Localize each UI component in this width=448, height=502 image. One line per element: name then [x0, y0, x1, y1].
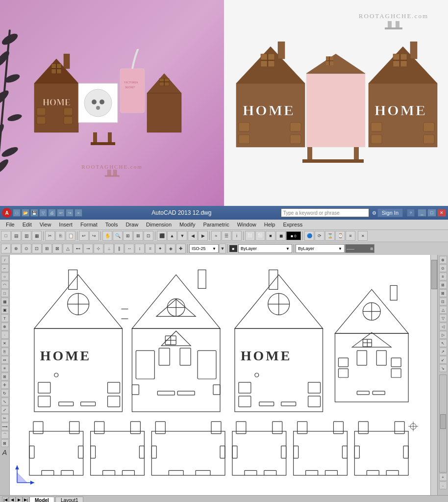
minimize-button[interactable]: _ [418, 209, 426, 217]
toolbar-redo[interactable]: ↪ [89, 231, 99, 241]
rt-btn-14[interactable]: ↘ [439, 364, 447, 372]
toolbar-f3[interactable]: ⌛ [325, 231, 335, 241]
toolbar-zoom-window[interactable]: ⊞ [123, 231, 133, 241]
rt-btn-2[interactable]: ⊙ [439, 264, 447, 272]
more-icon[interactable]: » [75, 209, 82, 217]
rt-btn-11[interactable]: ↖ [439, 339, 447, 347]
nav-last[interactable]: ▶| [23, 497, 29, 502]
toolbar-e2[interactable]: ⬜ [255, 231, 265, 241]
toolbar-e3[interactable]: ■ [266, 231, 275, 241]
nav-prev[interactable]: ◀ [9, 497, 16, 502]
toolbar-paste[interactable]: 📋 [66, 231, 75, 241]
toolbar-save[interactable]: ▥ [22, 231, 31, 241]
draw-hatch[interactable]: ▦ [1, 298, 9, 305]
toolbar-f4[interactable]: ⌚ [335, 231, 345, 241]
save-icon[interactable]: 💾 [30, 209, 38, 217]
draw-rect[interactable]: □ [1, 289, 9, 297]
modify-array[interactable]: ⊞ [1, 373, 9, 380]
draw-circle[interactable]: ○ [1, 273, 9, 280]
snap-btn-9[interactable]: ⊸ [83, 244, 93, 253]
draw-insert[interactable]: ⊕ [1, 323, 9, 330]
toolbar-props[interactable]: i [232, 231, 242, 241]
modify-fillet[interactable]: ⌒ [1, 431, 9, 439]
toolbar-close-tb[interactable]: ✕ [358, 231, 368, 241]
dropdown-arrow-iso[interactable]: ▼ [219, 244, 226, 253]
modify-offset[interactable]: ≡ [1, 364, 9, 372]
toolbar-f1[interactable]: 🔵 [304, 231, 314, 241]
snap-btn-18[interactable]: ✚ [176, 244, 186, 253]
rt-btn-13[interactable]: ↙ [439, 356, 447, 364]
draw-arc[interactable]: ◠ [1, 281, 9, 289]
modify-move[interactable]: ✛ [1, 381, 9, 389]
toolbar-new[interactable]: □ [1, 231, 11, 241]
snap-btn-8[interactable]: ⊷ [73, 244, 83, 253]
layer-dropdown[interactable]: ByLayer ▼ [238, 244, 292, 253]
toolbar-f2[interactable]: ⟳ [315, 231, 324, 241]
lineweight-display[interactable]: —— B [345, 244, 374, 253]
close-button[interactable]: ✕ [437, 209, 446, 217]
toolbar-more-1[interactable]: ⬛ [157, 231, 167, 241]
undo-icon[interactable]: ↩ [57, 209, 65, 217]
rt-btn-8[interactable]: ▽ [439, 314, 447, 322]
snap-btn-1[interactable]: ↗ [1, 244, 11, 253]
toolbar-workspace[interactable]: ≡ [346, 231, 355, 241]
draw-text[interactable]: T [1, 314, 9, 322]
menu-window[interactable]: Window [233, 221, 260, 228]
menu-help[interactable]: Help [260, 221, 279, 228]
modify-erase[interactable]: ✕ [1, 339, 9, 347]
menu-dimension[interactable]: Dimension [142, 221, 175, 228]
scrollbar-vertical[interactable] [430, 255, 437, 495]
iso-dropdown[interactable]: ISO-25 ▼ [189, 244, 219, 253]
modify-stretch[interactable]: ⤢ [1, 406, 9, 414]
modify-trim[interactable]: ✂ [1, 414, 9, 422]
snap-btn-16[interactable]: ✦ [155, 244, 165, 253]
snap-btn-4[interactable]: ⊡ [32, 244, 42, 253]
snap-btn-7[interactable]: △ [63, 244, 73, 253]
save-as-icon[interactable]: ▽ [39, 209, 47, 217]
rt-btn-5[interactable]: ⊠ [439, 289, 447, 297]
rt-btn-12[interactable]: ↗ [439, 348, 447, 355]
toolbar-match[interactable]: ≈ [211, 231, 221, 241]
rt-btn-1[interactable]: ⊕ [439, 256, 447, 264]
modify-copy[interactable]: ⎘ [1, 348, 9, 355]
snap-btn-15[interactable]: ⌗ [145, 244, 155, 253]
rt-btn-16[interactable]: - [439, 481, 447, 489]
rt-btn-7[interactable]: △ [439, 306, 447, 314]
menu-modify[interactable]: Modify [175, 221, 199, 228]
toolbar-zoom-extent[interactable]: ⊠ [133, 231, 143, 241]
rt-btn-15[interactable]: + [439, 473, 447, 481]
snap-btn-10[interactable]: ⊹ [94, 244, 103, 253]
help-icon[interactable]: ? [407, 209, 415, 217]
maximize-button[interactable]: □ [427, 209, 436, 217]
toolbar-more-2[interactable]: ▲ [167, 231, 177, 241]
layer-color-btn[interactable]: ■ [229, 245, 237, 252]
menu-tools[interactable]: Tools [101, 221, 122, 228]
toolbar-zoom[interactable]: 🔍 [113, 231, 123, 241]
toolbar-e4[interactable]: ◼ [276, 231, 286, 241]
open-file-icon[interactable]: 📂 [22, 209, 29, 217]
snap-btn-14[interactable]: ↕ [135, 244, 145, 253]
toolbar-more-3[interactable]: ▼ [177, 231, 187, 241]
toolbar-e1[interactable]: ⬜ [245, 231, 255, 241]
snap-btn-2[interactable]: ⊕ [11, 244, 21, 253]
draw-polyline[interactable]: ⌐ [1, 264, 9, 272]
rt-scrollbar[interactable] [439, 375, 447, 473]
toolbar-more-5[interactable]: ▶ [198, 231, 208, 241]
snap-btn-17[interactable]: ◈ [166, 244, 175, 253]
toolbar-pan[interactable]: ✋ [102, 231, 112, 241]
menu-edit[interactable]: Edit [19, 221, 36, 228]
snap-btn-13[interactable]: ↔ [124, 244, 134, 253]
cad-canvas[interactable]: HOME [10, 255, 437, 495]
new-file-icon[interactable]: □ [13, 209, 21, 217]
rt-btn-3[interactable]: ≡ [439, 273, 447, 280]
toolbar-copy[interactable]: ⎘ [55, 231, 65, 241]
menu-express[interactable]: Express [279, 221, 306, 228]
rt-scroll-thumb[interactable] [440, 414, 446, 429]
snap-btn-12[interactable]: ∥ [114, 244, 124, 253]
scroll-thumb[interactable] [431, 260, 437, 289]
toolbar-zoom-prev[interactable]: ⊡ [144, 231, 153, 241]
nav-first[interactable]: |◀ [2, 497, 9, 502]
sign-in-button[interactable]: Sign In [377, 208, 403, 217]
rt-btn-6[interactable]: ⊡ [439, 298, 447, 305]
menu-file[interactable]: File [2, 221, 19, 228]
